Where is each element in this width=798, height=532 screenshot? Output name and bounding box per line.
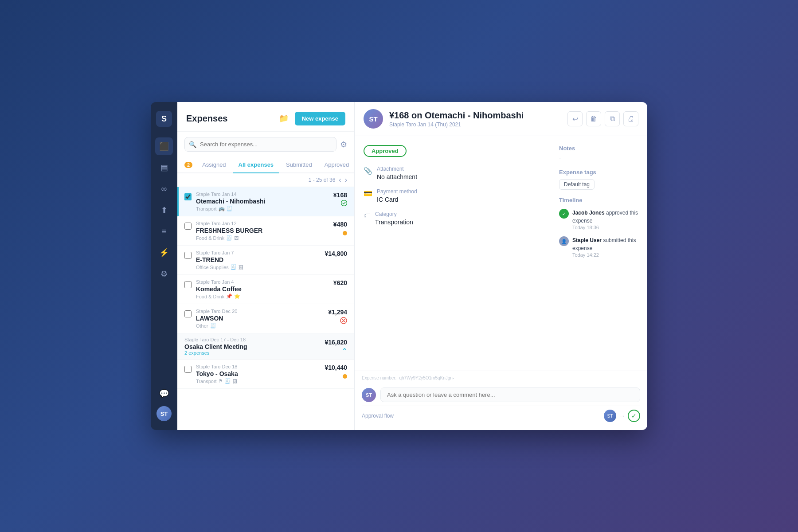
prev-page-button[interactable]: ‹ [339,176,341,184]
search-icon: 🔍 [189,141,196,148]
attachment-value: No attachment [377,173,417,180]
sidebar-item-chat[interactable]: 💬 [155,385,173,403]
expense-category-3: Office Supplies 🧾 🖼 [196,264,320,270]
print-icon: 🖨 [627,115,634,123]
sidebar-logo[interactable]: S [156,111,172,127]
card-icon: ▤ [160,163,168,172]
attachment-label: Attachment [377,166,417,172]
expense-item-2[interactable]: Staple Taro Jan 12 FRESHNESS BURGER Food… [177,216,354,246]
expense-meta-3: Staple Taro Jan 7 [196,250,320,255]
expense-group-6[interactable]: Staple Taro Dec 17 - Dec 18 Osaka Client… [177,333,354,360]
detail-footer: Expense number: qh7Wy9Y2y5O1m5qKnJgn- ST… [355,371,647,430]
notes-label: Notes [559,145,638,152]
approval-check-icon: ✓ [628,410,640,422]
expense-checkbox-2[interactable] [184,223,192,230]
expense-checkbox-4[interactable] [184,281,192,288]
expense-item-5[interactable]: Staple Taro Dec 20 LAWSON Other 🧾 ¥1,294 [177,304,354,333]
expense-category-7: Transport ⚑ 🧾 🖼 [196,378,320,384]
star-icon-4: ⭐ [234,293,240,299]
document-icon: ⬛ [159,141,169,151]
copy-button[interactable]: ⧉ [605,111,620,126]
sidebar-item-card[interactable]: ▤ [155,159,173,176]
approval-flow-label: Approval flow [362,413,394,419]
receipt-icon-5: 🧾 [210,323,216,329]
trash-icon: 🗑 [590,115,597,123]
image-icon-7: 🖼 [233,379,238,384]
trash-button[interactable]: 🗑 [586,111,601,126]
copy-icon: ⧉ [610,115,615,123]
expense-info-7: Staple Taro Dec 18 Tokyo - Osaka Transpo… [196,364,320,384]
sidebar-item-upload[interactable]: ⬆ [155,201,173,219]
expense-name-2: FRESHNESS BURGER [196,227,329,234]
upload-icon: ⬆ [161,205,168,215]
detail-body: Approved 📎 Attachment No attachment 💳 Pa… [355,136,647,371]
tab-approved[interactable]: Approved [319,157,355,173]
expense-checkbox-7[interactable] [184,366,192,373]
detail-actions: ↩ 🗑 ⧉ 🖨 [567,111,638,126]
timeline-text-approved: Jacob Jones approved this expense [572,209,638,225]
list-panel: Expenses 📁 New expense 🔍 ⚙ 2 Assigned [177,102,355,430]
expense-name-7: Tokyo - Osaka [196,370,320,377]
expense-meta-5: Staple Taro Dec 20 [196,309,324,314]
filter-button[interactable]: ⚙ [340,140,347,149]
folder-icon: 📁 [279,113,289,123]
comment-input[interactable] [380,387,640,402]
search-input-wrap: 🔍 [184,137,336,152]
print-button[interactable]: 🖨 [623,111,638,126]
approved-icon-1 [341,200,347,206]
folder-button[interactable]: 📁 [276,111,291,126]
expense-list: Staple Taro Jan 14 Otemachi - Nihombashi… [177,187,354,430]
expense-info-1: Staple Taro Jan 14 Otemachi - Nihombashi… [196,192,329,211]
sidebar-item-document[interactable]: ⬛ [155,137,173,155]
pending-dot-2 [343,231,347,235]
sidebar-item-lightning[interactable]: ⚡ [155,244,173,262]
expense-tags-label: Expense tags [559,169,638,176]
expense-item-7[interactable]: Staple Taro Dec 18 Tokyo - Osaka Transpo… [177,360,354,389]
undo-button[interactable]: ↩ [567,111,583,126]
detail-subtitle: Staple Taro Jan 14 (Thu) 2021 [389,121,561,128]
next-page-button[interactable]: › [345,176,347,184]
tab-all-expenses[interactable]: All expenses [233,157,279,173]
search-input[interactable] [184,137,336,152]
detail-right: Notes - Expense tags Default tag Timelin… [550,136,647,371]
expense-number-label: Expense number: [362,376,396,380]
undo-icon: ↩ [572,115,578,123]
expense-checkbox-5[interactable] [184,310,192,317]
expense-right-5: ¥1,294 [328,309,347,324]
payment-icon: 💳 [364,189,372,198]
tab-assigned[interactable]: Assigned [197,157,231,173]
receipt-icon-2: 🧾 [226,235,232,241]
new-expense-button[interactable]: New expense [295,112,345,125]
expense-checkbox-1[interactable] [184,193,192,200]
search-area: 🔍 ⚙ [177,132,354,157]
pagination-text: 1 - 25 of 36 [309,177,336,183]
filter-icon: ⚙ [340,140,347,149]
assigned-badge: 2 [184,162,192,168]
expense-item-1[interactable]: Staple Taro Jan 14 Otemachi - Nihombashi… [177,187,354,216]
flag-icon-7: ⚑ [219,378,223,384]
sidebar-item-settings[interactable]: ⚙ [155,265,173,283]
transport-icon-1: 🚌 [219,206,225,211]
timeline-time-submitted: Today 14:22 [572,252,638,258]
expense-meta-7: Staple Taro Dec 18 [196,364,320,369]
approval-user-avatar: ST [604,410,616,422]
tab-submitted[interactable]: Submitted [281,157,317,173]
image-icon-3: 🖼 [239,265,243,270]
expense-checkbox-3[interactable] [184,252,192,259]
expense-item-4[interactable]: Staple Taro Jan 4 Komeda Coffee Food & D… [177,275,354,304]
payment-value: IC Card [377,196,417,203]
sidebar-user-avatar[interactable]: ST [156,406,172,421]
expense-right-4: ¥620 [333,279,347,286]
approval-flow-row: Approval flow ST → ✓ [362,406,640,426]
payment-label: Payment method [377,188,417,195]
expense-meta-1: Staple Taro Jan 14 [196,192,329,197]
expense-item-3[interactable]: Staple Taro Jan 7 E-TREND Office Supplie… [177,246,354,275]
comment-avatar: ST [362,388,376,402]
timeline-time-approved: Today 18:36 [572,225,638,230]
timeline-item-submitted: 👤 Staple User submitted this expense Tod… [559,236,638,258]
list-icon: ≡ [162,227,167,236]
rejected-icon-5 [340,317,347,324]
sidebar-item-list[interactable]: ≡ [155,223,173,240]
page-title: Expenses [186,113,227,124]
sidebar-item-link[interactable]: ∞ [155,180,173,198]
